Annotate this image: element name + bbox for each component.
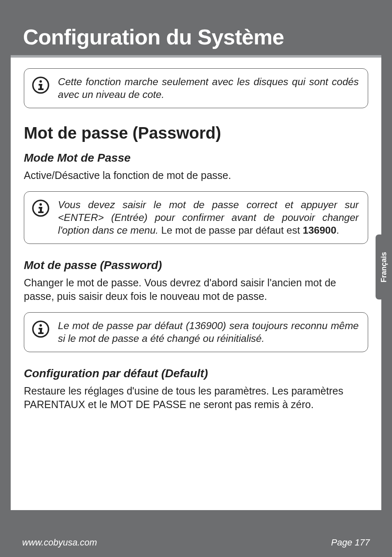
subheading-password: Mot de passe (Password) xyxy=(24,259,368,272)
info-icon xyxy=(32,199,50,219)
info-box-2: Vous devez saisir le mot de passe correc… xyxy=(24,191,368,244)
footer: www.cobyusa.com Page 177 xyxy=(0,528,392,557)
heading-password-section: Mot de passe (Password) xyxy=(24,124,368,142)
svg-point-1 xyxy=(39,80,42,83)
language-tab-label: Français xyxy=(380,252,388,282)
page-background: Configuration du Système Cette fonction … xyxy=(0,0,392,557)
footer-page: Page 177 xyxy=(331,537,370,548)
info-box-1: Cette fonction marche seulement avec les… xyxy=(24,68,368,108)
body-password: Changer le mot de passe. Vous devrez d'a… xyxy=(24,276,368,303)
info-text-2: Vous devez saisir le mot de passe correc… xyxy=(58,198,359,237)
info-text-3: Le mot de passe par défaut (136900) sera… xyxy=(58,319,359,345)
svg-point-11 xyxy=(39,324,42,327)
footer-url: www.cobyusa.com xyxy=(22,537,97,548)
subheading-mode: Mode Mot de Passe xyxy=(24,151,368,165)
info-icon xyxy=(32,320,50,340)
svg-rect-4 xyxy=(38,88,44,90)
content-area: Cette fonction marche seulement avec les… xyxy=(11,58,381,510)
info-text-1: Cette fonction marche seulement avec les… xyxy=(58,75,359,101)
body-mode: Active/Désactive la fonction de mot de p… xyxy=(24,169,368,182)
svg-rect-14 xyxy=(38,332,44,334)
svg-point-6 xyxy=(39,203,42,206)
subheading-default: Configuration par défaut (Default) xyxy=(24,367,368,380)
info-icon xyxy=(32,76,50,96)
svg-rect-9 xyxy=(38,211,44,213)
body-default: Restaure les réglages d'usine de tous le… xyxy=(24,384,368,411)
page-title: Configuration du Système xyxy=(23,25,369,49)
info-box-3: Le mot de passe par défaut (136900) sera… xyxy=(24,312,368,352)
language-tab: Français xyxy=(376,234,392,299)
header-bar: Configuration du Système xyxy=(11,16,381,58)
